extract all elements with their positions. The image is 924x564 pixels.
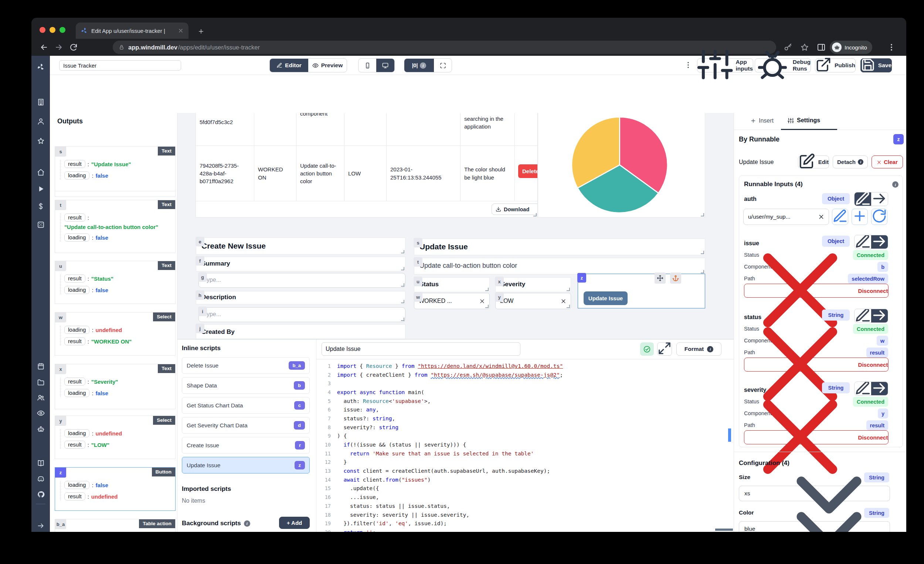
calendar-icon[interactable] bbox=[32, 360, 50, 372]
inline-script-b[interactable]: Shape Datab bbox=[182, 377, 310, 394]
window-controls[interactable] bbox=[39, 27, 65, 33]
inline-script-z[interactable]: Update Issuez bbox=[182, 457, 310, 474]
connect-mode-button[interactable] bbox=[871, 192, 888, 206]
app-inputs-button[interactable]: App inputs bbox=[697, 58, 753, 72]
move-handle-icon[interactable] bbox=[654, 272, 666, 284]
more-menu-icon[interactable] bbox=[684, 61, 693, 70]
preview-mode-button[interactable]: Preview bbox=[308, 59, 346, 72]
hide-panes-button[interactable]: |0|i bbox=[404, 59, 434, 72]
static-mode-button[interactable] bbox=[855, 382, 871, 395]
color-select[interactable]: blue bbox=[739, 521, 890, 532]
expand-editor-button[interactable] bbox=[657, 343, 672, 356]
created-by-label-container[interactable]: Created By bbox=[196, 324, 405, 339]
browser-menu-icon[interactable] bbox=[887, 43, 896, 52]
selected-button-component[interactable]: Update Issue bbox=[578, 274, 705, 308]
debug-runs-button[interactable]: Debug Runs bbox=[755, 58, 811, 72]
issues-table[interactable]: 5fd0f7d5c3c2componentsearching in the ap… bbox=[195, 113, 538, 218]
github-icon[interactable] bbox=[32, 488, 50, 500]
star-icon[interactable] bbox=[32, 135, 50, 147]
static-mode-button[interactable] bbox=[855, 235, 871, 248]
arrow-icon[interactable] bbox=[32, 520, 50, 531]
editor-mode-button[interactable]: Editor bbox=[270, 59, 308, 72]
update-issue-button[interactable]: Update Issue bbox=[584, 292, 628, 305]
output-card-u[interactable]: uTextresult:"Status"loading:false bbox=[55, 261, 176, 304]
refresh-resource-button[interactable] bbox=[871, 209, 887, 225]
save-button[interactable]: Save bbox=[860, 58, 892, 72]
script-name-input[interactable]: Update Issue bbox=[321, 343, 520, 356]
output-card-b_a[interactable]: b_aTable actionloading:falseresult:undef… bbox=[55, 519, 176, 532]
eye-icon[interactable] bbox=[32, 407, 50, 419]
bookmark-star-icon[interactable] bbox=[800, 43, 809, 52]
clear-button[interactable]: Clear bbox=[872, 156, 903, 168]
add-resource-button[interactable] bbox=[852, 209, 868, 225]
tab-close-icon[interactable] bbox=[178, 28, 183, 33]
disconnect-button[interactable]: Disconnect bbox=[744, 284, 888, 298]
maximize-window-button[interactable] bbox=[60, 27, 65, 33]
forward-icon[interactable] bbox=[54, 43, 63, 52]
output-card-w[interactable]: wSelectloading:undefinedresult:"WORKED O… bbox=[55, 312, 176, 356]
book-icon[interactable] bbox=[32, 457, 50, 469]
clear-status-icon[interactable] bbox=[479, 298, 485, 304]
discord-icon[interactable] bbox=[32, 473, 50, 485]
output-card-s[interactable]: sTextresult:"Update Issue"loading:false bbox=[55, 146, 176, 191]
mobile-view-button[interactable] bbox=[358, 59, 376, 72]
tab-settings[interactable]: Settings bbox=[788, 117, 820, 124]
back-icon[interactable] bbox=[39, 43, 48, 52]
static-mode-button[interactable] bbox=[855, 192, 871, 206]
inline-script-b_a[interactable]: Delete Issueb_a bbox=[182, 357, 310, 374]
close-window-button[interactable] bbox=[39, 27, 45, 33]
building-icon[interactable] bbox=[32, 96, 50, 108]
publish-button[interactable]: Publish bbox=[815, 58, 856, 72]
pie-chart-panel[interactable] bbox=[538, 113, 705, 218]
editor-hscrollbar[interactable] bbox=[715, 528, 733, 531]
browser-tab[interactable]: Edit App u/user/issue-tracker | bbox=[76, 22, 189, 39]
download-button[interactable]: Download bbox=[492, 203, 538, 215]
status-label-container[interactable]: Status bbox=[414, 277, 490, 292]
desktop-view-button[interactable] bbox=[376, 59, 394, 72]
app-title-input[interactable]: Issue Tracker bbox=[59, 60, 181, 70]
detach-button[interactable]: Detachi bbox=[833, 156, 868, 168]
anchor-icon[interactable] bbox=[670, 272, 681, 284]
output-card-x[interactable]: xTextresult:"Severity"loading:false bbox=[55, 364, 176, 409]
format-button[interactable]: Formati bbox=[676, 343, 722, 356]
inline-script-c[interactable]: Get Status Chart Datac bbox=[182, 397, 310, 414]
severity-select[interactable]: LOW bbox=[495, 293, 571, 309]
auth-resource-input[interactable]: u/user/my_sup... bbox=[743, 209, 829, 225]
create-form-title-container[interactable]: Create New Issue bbox=[196, 238, 405, 254]
summary-label-container[interactable]: Summary bbox=[196, 257, 405, 271]
address-bar[interactable]: app.windmill.dev/apps/edit/u/user/issue-… bbox=[113, 40, 776, 54]
delete-row-button[interactable]: Delete bbox=[518, 165, 538, 178]
folder-icon[interactable] bbox=[32, 376, 50, 388]
minimize-window-button[interactable] bbox=[50, 27, 56, 33]
fullscreen-button[interactable] bbox=[434, 59, 452, 72]
user-icon[interactable] bbox=[32, 115, 50, 127]
description-input[interactable]: Type... bbox=[198, 307, 405, 322]
output-card-z[interactable]: zButtonloading:falseresult:undefined bbox=[55, 467, 176, 511]
new-tab-button[interactable] bbox=[198, 28, 204, 35]
connect-mode-button[interactable] bbox=[871, 382, 888, 395]
connect-mode-button[interactable] bbox=[871, 235, 888, 248]
description-label-container[interactable]: Description bbox=[196, 291, 405, 304]
update-form-subtitle-container[interactable]: Update call-to-action button color bbox=[414, 258, 705, 274]
disconnect-button[interactable]: Disconnect bbox=[744, 358, 888, 372]
play-icon[interactable] bbox=[32, 183, 50, 194]
tab-insert[interactable]: Insert bbox=[750, 117, 774, 124]
editor-scrollbar[interactable] bbox=[728, 428, 731, 442]
add-background-script-button[interactable]: + Add bbox=[279, 517, 310, 529]
connect-mode-button[interactable] bbox=[871, 309, 888, 322]
status-select[interactable]: WORKED ... bbox=[414, 293, 490, 309]
update-form-title-container[interactable]: Update Issue bbox=[414, 239, 705, 255]
clear-severity-icon[interactable] bbox=[561, 298, 566, 304]
code-editor[interactable]: 1import { Resource } from "https://deno.… bbox=[320, 362, 731, 532]
output-card-y[interactable]: ySelectloading:undefinedresult:"LOW" bbox=[55, 416, 176, 459]
dice-icon[interactable] bbox=[32, 218, 50, 230]
windmill-logo-icon[interactable] bbox=[32, 61, 50, 73]
robot-icon[interactable] bbox=[32, 423, 50, 435]
severity-label-container[interactable]: Severity bbox=[495, 277, 571, 292]
dollar-icon[interactable] bbox=[32, 200, 50, 212]
reload-icon[interactable] bbox=[69, 43, 78, 52]
side-panel-icon[interactable] bbox=[817, 43, 826, 52]
edit-runnable-button[interactable]: Edit bbox=[798, 156, 829, 168]
clear-resource-icon[interactable] bbox=[818, 214, 824, 220]
edit-resource-button[interactable] bbox=[832, 209, 848, 225]
